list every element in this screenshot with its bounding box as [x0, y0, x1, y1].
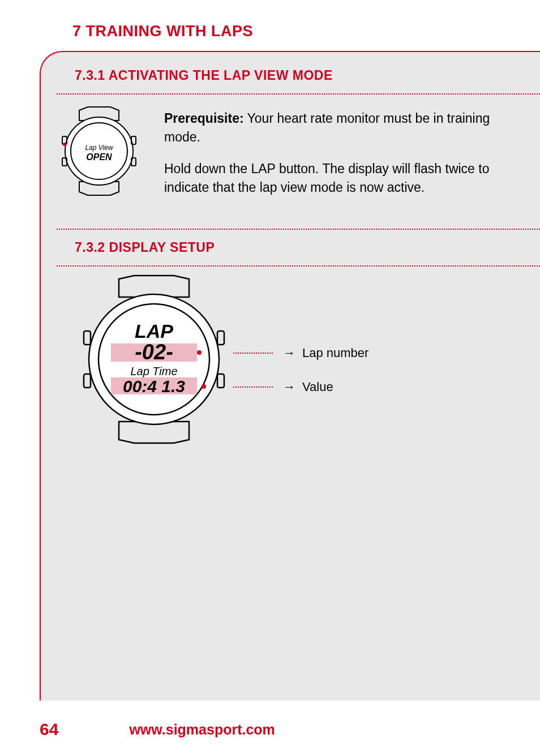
section2-heading: 7.3.2 DISPLAY SETUP [41, 230, 540, 265]
section1-body: Lap View OPEN Prerequisite: Your heart r… [41, 94, 540, 229]
svg-point-16 [202, 384, 206, 389]
annotation-lap-number: → Lap number [233, 346, 368, 360]
arrow-icon: → [283, 380, 295, 394]
watch-small-line1: Lap View [85, 144, 113, 152]
watch-large-value: 00:4 1.3 [123, 377, 185, 396]
annotation-value: → Value [233, 380, 333, 394]
dotted-leader-icon [233, 353, 273, 354]
watch-illustration-small: Lap View OPEN [57, 106, 142, 196]
svg-point-15 [197, 350, 202, 355]
section1-heading: 7.3.1 ACTIVATING THE LAP VIEW MODE [41, 52, 540, 93]
watch-large-label: Lap Time [130, 365, 177, 377]
page-footer: 64 www.sigmasport.com [0, 720, 540, 739]
arrow-icon: → [283, 346, 295, 360]
dotted-leader-icon [233, 386, 273, 388]
watch-large-top: LAP [135, 320, 173, 342]
watch-illustration-large: LAP -02- Lap Time 00:4 1.3 [75, 274, 233, 444]
svg-rect-10 [84, 374, 91, 388]
svg-rect-12 [217, 374, 224, 388]
prerequisite-label: Prerequisite: [164, 111, 244, 126]
svg-rect-9 [84, 331, 91, 345]
watch-small-line2: OPEN [86, 152, 112, 162]
annotation2-text: Value [302, 380, 333, 394]
section2-body: LAP -02- Lap Time 00:4 1.3 → Lap number … [41, 267, 540, 476]
content-frame: 7.3.1 ACTIVATING THE LAP VIEW MODE Lap V… [40, 51, 540, 701]
svg-rect-11 [217, 331, 224, 345]
instruction-text: Prerequisite: Your heart rate monitor mu… [164, 106, 517, 209]
page-number: 64 [40, 720, 58, 739]
footer-url: www.sigmasport.com [129, 721, 275, 738]
svg-point-6 [63, 143, 66, 146]
instruction-paragraph: Hold down the LAP button. The display wi… [164, 160, 517, 197]
watch-large-num: -02- [135, 340, 173, 364]
annotation1-text: Lap number [302, 346, 368, 360]
page-title: 7 TRAINING WITH LAPS [72, 23, 253, 40]
